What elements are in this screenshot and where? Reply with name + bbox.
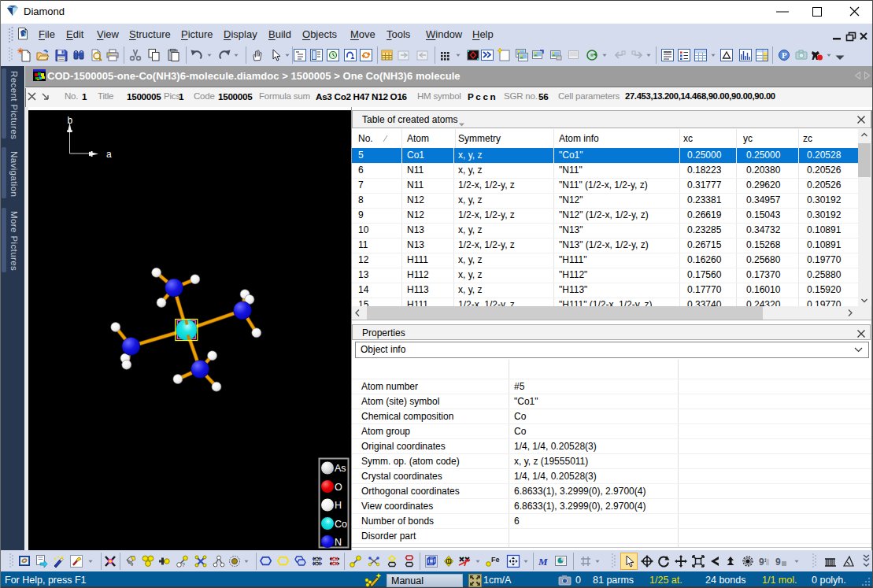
svg-text:M: M [538,556,548,568]
svg-text:Co: Co [335,519,347,530]
svg-text:?: ? [182,562,185,568]
svg-text:N: N [335,537,342,548]
svg-text:9: 9 [775,557,781,568]
svg-text:O: O [335,482,342,493]
svg-text:Fe: Fe [491,556,500,564]
svg-text:a: a [106,149,112,160]
svg-text:As: As [335,463,346,474]
svg-text:H: H [335,500,342,511]
svg-text:b: b [68,115,73,126]
svg-text:P: P [782,50,787,60]
